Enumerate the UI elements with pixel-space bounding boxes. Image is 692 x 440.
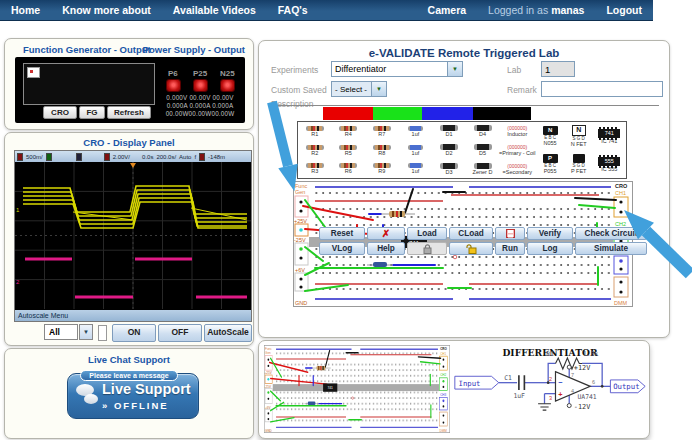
lock-button[interactable] xyxy=(407,242,447,255)
save-button[interactable] xyxy=(495,227,525,240)
supply-p25-label: P25 xyxy=(193,69,207,78)
reset-button[interactable]: Reset xyxy=(319,227,365,240)
n25-knob-icon[interactable] xyxy=(220,79,235,92)
fg-button[interactable]: FG xyxy=(79,106,105,119)
p6-knob-icon[interactable] xyxy=(166,79,181,92)
channel-select-dropdown[interactable]: All xyxy=(44,324,78,340)
component-pnp-transistor[interactable]: P E B C P055 xyxy=(535,150,565,178)
cro-button[interactable]: CRO xyxy=(43,106,77,119)
chevrons-icon: » xyxy=(102,400,109,411)
nav-faqs[interactable]: FAQ's xyxy=(267,4,319,16)
simulate-button[interactable]: Simulate xyxy=(575,242,647,255)
tray-col-diodes1: D1 D2 D3 xyxy=(432,122,466,178)
autoscale-button[interactable]: AutoScale xyxy=(204,324,252,342)
component-diode[interactable]: D2 xyxy=(432,141,466,160)
component-resistor[interactable]: R5 xyxy=(332,141,366,160)
svg-text:+25V: +25V xyxy=(294,218,307,224)
on-button[interactable]: ON xyxy=(112,324,156,342)
transistor-icon: P xyxy=(543,154,558,163)
nav-home[interactable]: Home xyxy=(0,4,51,16)
remark-field[interactable] xyxy=(541,81,663,97)
cro-panel-title: CRO - Display Panel xyxy=(5,137,253,148)
component-ic-741[interactable]: 741 IC 741 xyxy=(593,122,627,150)
component-diode[interactable]: D4 xyxy=(466,122,500,141)
component-inductor[interactable]: (000000)Inductor xyxy=(499,122,535,141)
scope-ch2-scale: 2.00V/ xyxy=(113,154,130,160)
log-button[interactable]: Log xyxy=(527,242,573,255)
ic-chip-icon: 555 xyxy=(598,157,620,166)
component-resistor[interactable]: R9 xyxy=(365,159,399,178)
ps-panel-title: Power Supply - Output xyxy=(143,44,245,55)
svg-text:1.5k: 1.5k xyxy=(583,350,599,358)
component-diode[interactable]: D5 xyxy=(466,141,500,160)
dropdown-arrow-icon: ▼ xyxy=(447,62,462,76)
scope-trigmode: Auto xyxy=(179,154,191,160)
svg-text:1uF: 1uF xyxy=(513,392,525,400)
component-npn-transistor[interactable]: N E B C N055 xyxy=(535,122,565,150)
component-diode[interactable]: D1 xyxy=(432,122,466,141)
svg-text:+12V: +12V xyxy=(574,364,591,372)
lab-main-panel: e-VALIDATE Remote Triggered Lab Experime… xyxy=(258,40,670,338)
vlog-button[interactable]: VLog xyxy=(319,242,365,255)
lab-number-field[interactable] xyxy=(541,61,575,77)
svg-text:CRO: CRO xyxy=(615,183,628,189)
component-primary-coil[interactable]: (000000)=Primary - Coil xyxy=(499,141,535,160)
verify-button[interactable]: Verify xyxy=(527,227,573,240)
component-resistor[interactable]: R7 xyxy=(365,122,399,141)
scope-delay: 0.0s xyxy=(142,154,153,160)
tray-col-r3: R7 R8 R9 xyxy=(365,122,399,178)
wire-color-black[interactable] xyxy=(473,107,531,120)
check-circuit-button[interactable]: Check Circuit xyxy=(575,227,647,240)
p25-knob-icon[interactable] xyxy=(193,79,208,92)
component-p-fet[interactable]: S G D P FET xyxy=(565,150,593,178)
custom-saved-select[interactable]: - Select - ▼ xyxy=(331,81,387,97)
component-secondary-coil[interactable]: (000000)=Secondary xyxy=(499,159,535,178)
cload-button[interactable]: CLoad xyxy=(449,227,493,240)
wire-color-green[interactable] xyxy=(373,107,422,120)
nav-camera[interactable]: Camera xyxy=(417,4,478,16)
component-ic-555[interactable]: 555 IC 555 xyxy=(593,150,627,178)
component-capacitor[interactable]: 1uf xyxy=(399,122,433,141)
component-resistor[interactable]: R8 xyxy=(365,141,399,160)
ic-chip-icon: 741 xyxy=(598,129,620,138)
delete-button[interactable]: ✗ xyxy=(367,227,405,240)
unlock-button[interactable] xyxy=(449,242,493,255)
fg-display-area: CRO FG Refresh P6 P25 N25 0.000V 00.00V … xyxy=(15,57,245,123)
component-resistor[interactable]: R4 xyxy=(332,122,366,141)
experiments-select[interactable]: Differentiator ▼ xyxy=(331,61,463,77)
pin-6: 6 xyxy=(592,379,595,385)
svg-text:CH1: CH1 xyxy=(615,190,626,196)
help-button[interactable]: Help xyxy=(367,242,405,255)
component-resistor[interactable]: R3 xyxy=(298,159,332,178)
component-capacitor[interactable]: 1uf xyxy=(399,159,433,178)
nav-logout[interactable]: Logout xyxy=(595,4,653,16)
run-button[interactable]: Run xyxy=(495,242,525,255)
schematic-output-port: Output xyxy=(610,380,645,393)
component-capacitor[interactable]: 1uf xyxy=(399,141,433,160)
off-button[interactable]: OFF xyxy=(158,324,202,342)
fet-icon xyxy=(573,154,585,163)
load-button[interactable]: Load xyxy=(407,227,447,240)
svg-text:+: + xyxy=(558,390,562,399)
svg-text:Output: Output xyxy=(613,382,639,391)
fet-icon: N xyxy=(572,125,586,136)
nav-available-videos[interactable]: Available Videos xyxy=(162,4,267,16)
component-diode[interactable]: Zener D xyxy=(466,159,500,178)
channel-select-arrow-icon[interactable]: ▼ xyxy=(79,324,93,340)
refresh-button[interactable]: Refresh xyxy=(107,106,151,119)
component-n-fet[interactable]: N S G D N FET xyxy=(565,122,593,150)
wire-color-blue[interactable] xyxy=(422,107,473,120)
autoscale-menu-bar[interactable]: Autoscale Menu xyxy=(15,310,251,321)
component-resistor[interactable]: R2 xyxy=(298,141,332,160)
divider xyxy=(269,105,659,106)
red-x-icon: ✗ xyxy=(382,229,390,239)
fg-screen xyxy=(23,63,155,105)
ch4-chip-icon xyxy=(104,153,110,161)
wire-color-red[interactable] xyxy=(323,107,373,120)
component-resistor[interactable]: R1 xyxy=(298,122,332,141)
nav-know-more[interactable]: Know more about xyxy=(51,4,162,16)
component-diode[interactable]: D3 xyxy=(432,159,466,178)
logged-in-as: Logged in as manas xyxy=(477,4,595,16)
tray-col-caps: 1uf 1uf 1uf xyxy=(399,122,433,178)
component-resistor[interactable]: R6 xyxy=(332,159,366,178)
